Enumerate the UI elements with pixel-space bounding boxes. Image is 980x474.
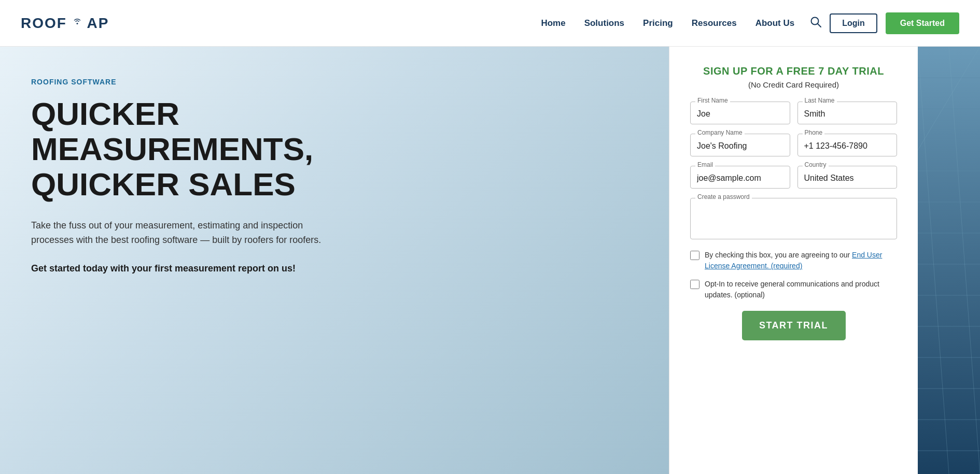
svg-line-2 xyxy=(818,24,821,27)
last-name-label: Last Name xyxy=(803,97,837,104)
login-button[interactable]: Login xyxy=(830,13,877,33)
email-input[interactable] xyxy=(690,166,790,189)
nav-resources[interactable]: Resources xyxy=(692,18,737,28)
logo: ROOF AP xyxy=(21,15,109,32)
phone-input[interactable] xyxy=(797,134,898,156)
wifi-icon xyxy=(73,18,82,25)
country-group: Country xyxy=(797,166,898,189)
search-button[interactable] xyxy=(810,16,821,31)
nav-pricing[interactable]: Pricing xyxy=(643,18,673,28)
name-row: First Name Last Name xyxy=(690,102,897,124)
signup-subtitle: (No Credit Card Required) xyxy=(690,80,897,89)
right-decoration xyxy=(918,47,980,474)
phone-group: Phone xyxy=(797,134,898,156)
company-input[interactable] xyxy=(690,134,790,156)
nav-solutions[interactable]: Solutions xyxy=(584,18,624,28)
password-label: Create a password xyxy=(695,193,752,200)
company-group: Company Name xyxy=(690,134,790,156)
svg-rect-3 xyxy=(918,47,980,474)
logo-snap: AP xyxy=(87,15,109,31)
roof-decoration-svg xyxy=(918,47,980,474)
header-actions: Login Get Started xyxy=(810,12,959,34)
password-input[interactable] xyxy=(690,198,897,239)
email-label: Email xyxy=(695,161,715,168)
svg-point-0 xyxy=(76,23,78,24)
eula-checkbox-item: By checking this box, you are agreeing t… xyxy=(690,250,897,271)
last-name-group: Last Name xyxy=(797,102,898,124)
hero-cta: Get started today with your first measur… xyxy=(31,263,321,274)
hero-label: ROOFING SOFTWARE xyxy=(31,78,638,86)
company-label: Company Name xyxy=(695,129,745,136)
last-name-input[interactable] xyxy=(797,102,898,124)
search-icon xyxy=(810,16,821,27)
company-phone-row: Company Name Phone xyxy=(690,134,897,156)
nav-about[interactable]: About Us xyxy=(755,18,795,28)
hero-description: Take the fuss out of your measurement, e… xyxy=(31,218,321,248)
hero-section: ROOFING SOFTWARE QUICKER MEASUREMENTS, Q… xyxy=(0,47,669,474)
optin-text: Opt-In to receive general communications… xyxy=(705,279,897,300)
first-name-label: First Name xyxy=(695,97,730,104)
nav-home[interactable]: Home xyxy=(541,18,565,28)
signup-title: SIGN UP FOR A FREE 7 DAY TRIAL xyxy=(690,65,897,77)
password-group: Create a password xyxy=(690,198,897,239)
start-trial-button[interactable]: START TRIAL xyxy=(742,311,846,340)
first-name-input[interactable] xyxy=(690,102,790,124)
email-group: Email xyxy=(690,166,790,189)
country-input[interactable] xyxy=(797,166,898,189)
get-started-button[interactable]: Get Started xyxy=(886,12,959,34)
main-nav: Home Solutions Pricing Resources About U… xyxy=(541,18,794,28)
checkbox-area: By checking this box, you are agreeing t… xyxy=(690,250,897,300)
signup-panel: SIGN UP FOR A FREE 7 DAY TRIAL (No Credi… xyxy=(669,47,918,474)
first-name-group: First Name xyxy=(690,102,790,124)
password-row: Create a password xyxy=(690,198,897,239)
email-country-row: Email Country xyxy=(690,166,897,189)
logo-area: ROOF AP xyxy=(21,15,109,32)
main-content: ROOFING SOFTWARE QUICKER MEASUREMENTS, Q… xyxy=(0,47,980,474)
phone-label: Phone xyxy=(803,129,825,136)
signup-form: First Name Last Name Company Name Phone xyxy=(690,102,897,340)
eula-text: By checking this box, you are agreeing t… xyxy=(705,250,897,271)
optin-checkbox[interactable] xyxy=(690,280,699,289)
country-label: Country xyxy=(803,161,829,168)
hero-title: QUICKER MEASUREMENTS, QUICKER SALES xyxy=(31,96,332,203)
eula-checkbox[interactable] xyxy=(690,251,699,260)
header: ROOF AP Home Solutions Pricing Resources… xyxy=(0,0,980,47)
optin-checkbox-item: Opt-In to receive general communications… xyxy=(690,279,897,300)
